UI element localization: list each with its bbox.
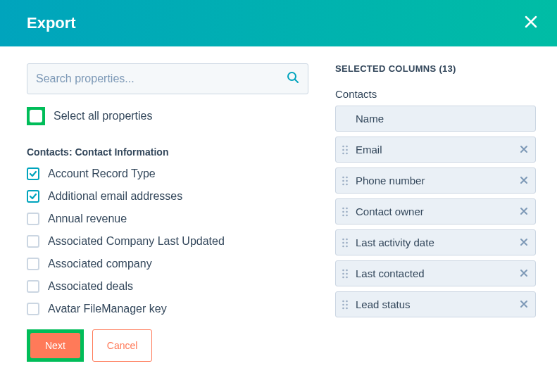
svg-point-17 bbox=[342, 214, 344, 216]
svg-point-35 bbox=[342, 307, 344, 309]
svg-point-7 bbox=[342, 176, 344, 178]
svg-point-34 bbox=[346, 303, 348, 305]
selected-column-chip[interactable]: Last contacted bbox=[335, 260, 536, 286]
selected-column-label: Name bbox=[356, 113, 528, 125]
selected-column-chip[interactable]: Phone number bbox=[335, 167, 536, 194]
svg-point-30 bbox=[346, 276, 348, 278]
selected-column-label: Last activity date bbox=[356, 236, 513, 248]
selected-column-chip[interactable]: Name bbox=[335, 106, 536, 132]
svg-point-22 bbox=[346, 241, 348, 244]
drag-handle-icon[interactable] bbox=[342, 237, 349, 248]
property-checkbox[interactable] bbox=[27, 190, 39, 203]
property-label: Associated Company Last Updated bbox=[48, 235, 225, 248]
selected-column-chip[interactable]: Contact owner bbox=[335, 198, 536, 225]
remove-column-icon[interactable] bbox=[520, 268, 528, 279]
modal-title: Export bbox=[27, 14, 76, 32]
svg-point-2 bbox=[346, 145, 348, 147]
property-label: Associated company bbox=[48, 258, 152, 270]
svg-point-27 bbox=[342, 272, 344, 274]
svg-point-25 bbox=[342, 269, 344, 271]
svg-point-15 bbox=[342, 210, 344, 213]
property-label: Additional email addresses bbox=[48, 190, 182, 203]
select-all-checkbox[interactable] bbox=[30, 110, 42, 122]
drag-handle-icon[interactable] bbox=[342, 206, 349, 217]
selected-column-label: Contact owner bbox=[356, 206, 513, 217]
svg-point-29 bbox=[342, 276, 344, 278]
drag-handle-icon[interactable] bbox=[342, 299, 349, 310]
selected-column-chip[interactable]: Email bbox=[335, 137, 536, 163]
svg-point-12 bbox=[346, 183, 348, 185]
svg-point-10 bbox=[346, 179, 348, 182]
property-label: Annual revenue bbox=[48, 213, 127, 225]
property-checkbox[interactable] bbox=[27, 303, 39, 315]
remove-column-icon[interactable] bbox=[520, 206, 528, 217]
modal-header: Export bbox=[0, 0, 557, 46]
property-label: Account Record Type bbox=[48, 167, 156, 180]
property-label: Associated deals bbox=[48, 280, 133, 293]
svg-point-26 bbox=[346, 269, 348, 271]
next-button[interactable]: Next bbox=[30, 333, 80, 358]
select-all-label: Select all properties bbox=[54, 110, 153, 122]
remove-column-icon[interactable] bbox=[520, 175, 528, 186]
svg-point-5 bbox=[342, 152, 344, 154]
drag-handle-icon[interactable] bbox=[342, 144, 349, 156]
svg-point-18 bbox=[346, 214, 348, 216]
svg-point-24 bbox=[346, 245, 348, 247]
search-icon[interactable] bbox=[287, 71, 299, 87]
svg-point-4 bbox=[346, 148, 348, 151]
svg-point-33 bbox=[342, 303, 344, 305]
svg-point-36 bbox=[346, 307, 348, 309]
svg-point-23 bbox=[342, 245, 344, 247]
svg-point-6 bbox=[346, 152, 348, 154]
property-checkbox[interactable] bbox=[27, 213, 39, 225]
svg-point-11 bbox=[342, 183, 344, 185]
svg-point-9 bbox=[342, 179, 344, 182]
next-button-highlight: Next bbox=[27, 329, 84, 362]
svg-point-19 bbox=[342, 238, 344, 240]
svg-point-31 bbox=[342, 300, 344, 302]
svg-point-28 bbox=[346, 272, 348, 274]
svg-point-1 bbox=[342, 145, 344, 147]
selected-column-label: Lead status bbox=[356, 298, 513, 310]
search-input[interactable] bbox=[36, 72, 287, 85]
selected-column-label: Phone number bbox=[356, 175, 513, 186]
selected-column-chip[interactable]: Lead status bbox=[335, 291, 536, 317]
selected-columns-title: SELECTED COLUMNS (13) bbox=[335, 63, 536, 74]
search-container bbox=[27, 63, 308, 94]
svg-point-21 bbox=[342, 241, 344, 244]
svg-point-32 bbox=[346, 300, 348, 302]
drag-handle-icon[interactable] bbox=[342, 175, 349, 186]
section-title: Contacts: Contact Information bbox=[27, 146, 308, 158]
selected-group-label: Contacts bbox=[335, 88, 536, 100]
selected-column-label: Last contacted bbox=[356, 267, 513, 279]
property-checkbox[interactable] bbox=[27, 280, 39, 293]
svg-point-16 bbox=[346, 210, 348, 213]
remove-column-icon[interactable] bbox=[520, 237, 528, 248]
svg-point-13 bbox=[342, 207, 344, 209]
svg-point-14 bbox=[346, 207, 348, 209]
remove-column-icon[interactable] bbox=[520, 144, 528, 156]
svg-point-8 bbox=[346, 176, 348, 178]
svg-point-20 bbox=[346, 238, 348, 240]
property-checkbox[interactable] bbox=[27, 258, 39, 270]
cancel-button[interactable]: Cancel bbox=[92, 329, 153, 362]
svg-point-3 bbox=[342, 148, 344, 151]
close-icon[interactable] bbox=[525, 15, 537, 32]
property-label: Avatar FileManager key bbox=[48, 303, 167, 315]
property-checkbox[interactable] bbox=[27, 235, 39, 248]
selected-column-label: Email bbox=[356, 144, 513, 156]
property-checkbox[interactable] bbox=[27, 167, 39, 180]
selected-column-chip[interactable]: Last activity date bbox=[335, 229, 536, 255]
select-all-highlight bbox=[27, 107, 45, 125]
drag-handle-icon[interactable] bbox=[342, 268, 349, 279]
remove-column-icon[interactable] bbox=[520, 299, 528, 310]
